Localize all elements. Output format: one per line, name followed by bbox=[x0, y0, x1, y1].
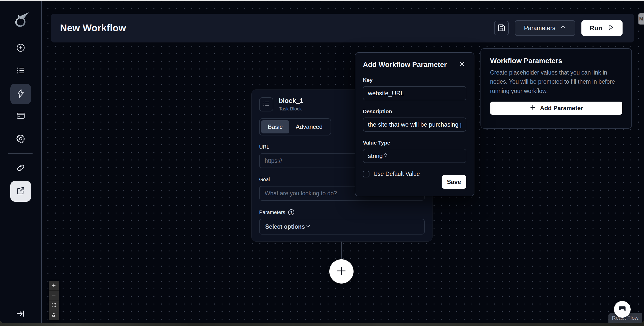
lock-icon bbox=[51, 312, 56, 318]
tab-advanced[interactable]: Advanced bbox=[289, 120, 329, 133]
collapse-sidebar-button[interactable] bbox=[15, 308, 26, 320]
key-label: Key bbox=[363, 77, 466, 83]
block-tabs: Basic Advanced bbox=[259, 118, 331, 135]
canvas-controls bbox=[49, 281, 59, 320]
add-parameter-modal: Add Workflow Parameter Key Description V… bbox=[355, 52, 474, 196]
use-default-value-label: Use Default Value bbox=[373, 171, 420, 177]
add-parameter-label: Add Parameter bbox=[540, 105, 583, 112]
sidebar-item-share-active[interactable] bbox=[10, 181, 31, 202]
app-window: New Workflow Parameters Run bbox=[0, 1, 644, 323]
sidebar-item-billing[interactable] bbox=[10, 106, 31, 127]
block-icon-box bbox=[259, 97, 273, 111]
workflow-header: New Workflow Parameters Run bbox=[51, 14, 634, 42]
collapse-sidebar-icon bbox=[15, 309, 25, 320]
sidebar-divider bbox=[8, 153, 33, 154]
value-type-select[interactable]: string bbox=[363, 149, 466, 163]
zoom-out-icon bbox=[51, 293, 56, 298]
chevron-up-icon bbox=[560, 24, 566, 32]
screen-top-strip bbox=[0, 0, 644, 1]
lightning-bolt-icon bbox=[16, 89, 25, 99]
zoom-in-button[interactable] bbox=[49, 281, 59, 291]
credit-card-icon bbox=[16, 111, 25, 122]
use-default-value-checkbox[interactable] bbox=[363, 171, 369, 177]
run-button[interactable]: Run bbox=[581, 20, 623, 36]
zoom-out-button[interactable] bbox=[49, 291, 59, 300]
fit-view-icon bbox=[51, 302, 56, 308]
dragon-logo bbox=[10, 10, 31, 31]
panel-title: Workflow Parameters bbox=[490, 57, 622, 65]
updown-chevron-icon bbox=[383, 152, 388, 159]
add-parameter-button[interactable]: Add Parameter bbox=[490, 102, 622, 115]
chat-launcher[interactable] bbox=[614, 301, 631, 318]
close-button[interactable] bbox=[458, 60, 466, 69]
chat-bubble-icon bbox=[618, 304, 627, 314]
list-icon bbox=[16, 66, 25, 76]
parameters-label: Parameters bbox=[259, 209, 285, 215]
panel-description: Create placeholder values that you can l… bbox=[490, 68, 622, 96]
add-block-node[interactable] bbox=[329, 259, 354, 284]
gear-icon bbox=[16, 134, 25, 145]
list-icon bbox=[262, 100, 270, 109]
tab-basic[interactable]: Basic bbox=[261, 120, 289, 133]
play-icon bbox=[607, 24, 614, 33]
parameters-select[interactable]: Select options bbox=[259, 219, 425, 235]
value-type-value: string bbox=[368, 152, 383, 159]
sidebar-item-settings[interactable] bbox=[10, 129, 31, 150]
save-icon bbox=[497, 24, 505, 33]
value-type-label: Value Type bbox=[363, 140, 466, 146]
save-button[interactable] bbox=[494, 21, 509, 35]
edge-connector bbox=[341, 242, 342, 260]
plus-circle-icon bbox=[16, 43, 25, 54]
block-title: block_1 bbox=[279, 97, 303, 105]
help-circle-icon[interactable]: ? bbox=[288, 209, 294, 215]
external-link-icon bbox=[16, 186, 25, 197]
edge-widget[interactable]: M bbox=[638, 13, 644, 25]
sidebar-item-workflows-active[interactable] bbox=[10, 84, 31, 104]
parameters-select-placeholder: Select options bbox=[265, 223, 305, 230]
key-input[interactable] bbox=[363, 86, 466, 100]
description-input[interactable] bbox=[363, 118, 466, 132]
close-icon bbox=[459, 61, 466, 69]
save-parameter-button[interactable]: Save bbox=[442, 175, 466, 189]
add-plus-icon bbox=[335, 265, 347, 278]
lock-button[interactable] bbox=[49, 310, 59, 320]
zoom-in-icon bbox=[51, 283, 56, 289]
sidebar bbox=[0, 1, 42, 323]
workflow-parameters-panel: Workflow Parameters Create placeholder v… bbox=[480, 48, 632, 129]
modal-title: Add Workflow Parameter bbox=[363, 61, 447, 69]
parameters-toggle-label: Parameters bbox=[524, 25, 555, 32]
parameters-toggle-button[interactable]: Parameters bbox=[515, 20, 575, 36]
add-plus-icon bbox=[529, 104, 536, 112]
sidebar-item-integrations[interactable] bbox=[10, 158, 31, 179]
page-title: New Workflow bbox=[60, 23, 126, 34]
description-label: Description bbox=[363, 108, 466, 114]
sidebar-item-create[interactable] bbox=[10, 38, 31, 59]
fit-view-button[interactable] bbox=[49, 300, 59, 310]
sidebar-item-runs[interactable] bbox=[10, 61, 31, 81]
link-icon bbox=[16, 163, 25, 174]
run-label: Run bbox=[589, 24, 602, 32]
block-subtitle: Task Block bbox=[279, 106, 303, 112]
chevron-down-icon bbox=[305, 223, 311, 231]
